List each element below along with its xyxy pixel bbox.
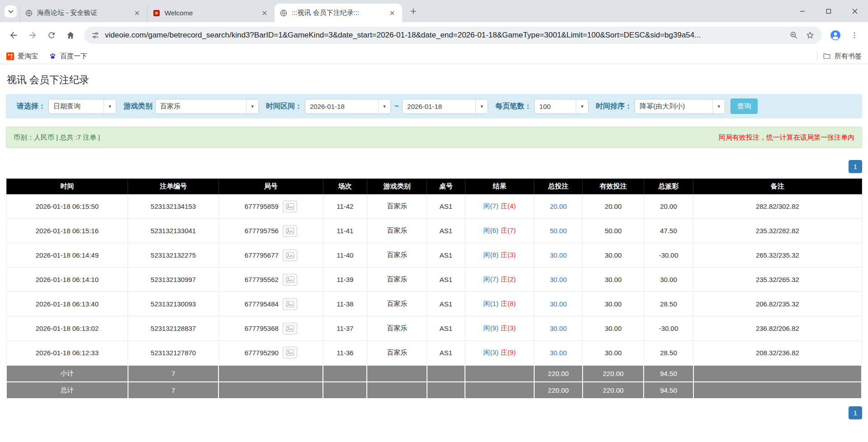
cell-session: 11-36 xyxy=(323,341,367,365)
tab-close-icon[interactable] xyxy=(388,9,397,18)
table-header: 时间 注单编号 局号 场次 游戏类别 桌号 结果 总投注 有效投注 总派彩 备注 xyxy=(6,179,862,194)
banker-result: 庄(7) xyxy=(501,226,516,234)
page-content: 视讯 会员下注纪录 请选择： 日期查询 ▾ 游戏类别 百家乐 ▾ 时间区间： 2… xyxy=(0,73,868,419)
sort-order-value: 降幂(由大到小) xyxy=(635,99,712,113)
cell-time: 2026-01-18 06:14:49 xyxy=(6,243,128,268)
replay-button[interactable] xyxy=(283,347,297,358)
dropdown-arrow-icon[interactable]: ▾ xyxy=(378,99,390,113)
menu-kebab-icon[interactable] xyxy=(845,26,863,44)
cell-round: 677795484 xyxy=(218,292,323,316)
replay-button[interactable] xyxy=(283,225,297,237)
back-button[interactable] xyxy=(5,26,23,44)
cell-total-bet: 30.00 xyxy=(534,316,583,341)
replay-icon xyxy=(286,325,294,332)
replay-button[interactable] xyxy=(283,249,297,261)
replay-button[interactable] xyxy=(283,298,297,310)
url-bar[interactable]: videoie.com/game/betrecord_search/kind3?… xyxy=(84,27,822,44)
dropdown-arrow-icon[interactable]: ▾ xyxy=(246,99,258,113)
new-tab-button[interactable] xyxy=(406,4,421,19)
total-bet-link[interactable]: 30.00 xyxy=(550,251,567,259)
banker-result: 庄(8) xyxy=(501,300,516,307)
subtotal-count: 7 xyxy=(128,365,219,382)
tab-search-button[interactable] xyxy=(5,5,17,18)
globe-favicon-icon xyxy=(280,9,287,17)
profile-avatar[interactable] xyxy=(826,26,844,44)
baidu-paw-icon xyxy=(49,52,57,60)
search-button[interactable]: 查询 xyxy=(730,99,758,114)
round-number: 677795859 xyxy=(245,202,279,210)
page-number-button[interactable]: 1 xyxy=(849,406,862,419)
banker-result: 庄(2) xyxy=(501,275,516,283)
navigation-bar: videoie.com/game/betrecord_search/kind3?… xyxy=(0,22,868,48)
tab-strip: 海燕论坛 - 安全验证 Welcome :::视讯 会员下注纪录::: xyxy=(0,0,868,22)
dropdown-arrow-icon[interactable]: ▾ xyxy=(104,99,116,113)
page-number-button[interactable]: 1 xyxy=(849,160,862,173)
reload-button[interactable] xyxy=(43,26,61,44)
cell-round: 677795677 xyxy=(218,243,323,268)
page-title: 视讯 会员下注纪录 xyxy=(7,73,861,87)
minimize-button[interactable] xyxy=(789,0,816,22)
cell-total-bet: 20.00 xyxy=(534,194,583,219)
date-start-value: 2026-01-18 xyxy=(305,99,378,113)
tab-title: :::视讯 会员下注纪录::: xyxy=(292,9,383,17)
maximize-button[interactable] xyxy=(816,0,842,22)
cell-payout: 30.00 xyxy=(644,268,693,292)
game-type-dropdown[interactable]: 百家乐 ▾ xyxy=(155,99,259,114)
total-bet-link[interactable]: 30.00 xyxy=(550,276,567,283)
bookmark-baidu[interactable]: 百度一下 xyxy=(49,52,87,61)
cell-session: 11-40 xyxy=(323,243,367,268)
player-result: 闲(1) xyxy=(484,300,498,307)
site-info-icon[interactable] xyxy=(91,31,100,39)
cell-result: 闲(6)庄(7) xyxy=(465,219,534,243)
cell-table-no: AS1 xyxy=(427,219,465,243)
cell-payout: 28.50 xyxy=(644,341,693,365)
table-row: 2026-01-18 06:13:02523132128837677795368… xyxy=(6,316,862,341)
total-bet-link[interactable]: 30.00 xyxy=(550,300,567,308)
cell-total-bet: 50.00 xyxy=(534,219,583,243)
replay-button[interactable] xyxy=(283,274,297,286)
window-controls xyxy=(789,0,868,22)
tab-haiyan-forum[interactable]: 海燕论坛 - 安全验证 xyxy=(19,4,147,22)
total-total-bet: 220.00 xyxy=(534,382,583,399)
zoom-icon[interactable] xyxy=(789,31,798,40)
tab-welcome[interactable]: Welcome xyxy=(147,4,275,22)
query-type-dropdown[interactable]: 日期查询 ▾ xyxy=(48,99,116,114)
total-bet-link[interactable]: 30.00 xyxy=(550,324,567,332)
date-end-picker[interactable]: 2026-01-18 ▾ xyxy=(402,99,488,114)
cell-valid-bet: 30.00 xyxy=(583,243,644,268)
cell-bet-id: 523132134153 xyxy=(128,194,219,219)
dropdown-arrow-icon[interactable]: ▾ xyxy=(712,99,725,113)
table-row: 2026-01-18 06:15:50523132134153677795859… xyxy=(6,194,862,219)
cell-session: 11-38 xyxy=(323,292,367,316)
cell-result: 闲(1)庄(8) xyxy=(465,292,534,316)
currency-total-text: 币别：人民币 | 总共 :7 注单 | xyxy=(14,133,100,142)
url-text[interactable]: videoie.com/game/betrecord_search/kind3?… xyxy=(105,31,784,40)
home-button[interactable] xyxy=(62,26,80,44)
bookmarks-separator xyxy=(817,52,817,60)
total-bet-link[interactable]: 20.00 xyxy=(550,202,567,210)
bookmark-taobao[interactable]: 爱淘宝 xyxy=(6,52,38,61)
total-bet-link[interactable]: 50.00 xyxy=(550,227,567,235)
bet-table-body: 2026-01-18 06:15:50523132134153677795859… xyxy=(6,194,862,365)
all-bookmarks-button[interactable]: 所有书签 xyxy=(823,52,862,61)
cell-time: 2026-01-18 06:13:40 xyxy=(6,292,128,316)
total-bet-link[interactable]: 30.00 xyxy=(550,349,567,357)
replay-button[interactable] xyxy=(283,201,297,212)
date-start-picker[interactable]: 2026-01-18 ▾ xyxy=(305,99,391,114)
replay-button[interactable] xyxy=(283,323,297,334)
forward-button[interactable] xyxy=(24,26,42,44)
cell-total-bet: 30.00 xyxy=(534,268,583,292)
bookmark-star-icon[interactable] xyxy=(806,31,815,40)
per-page-dropdown[interactable]: 100 ▾ xyxy=(534,99,588,114)
tab-bet-record[interactable]: :::视讯 会员下注纪录::: xyxy=(275,4,402,22)
cell-note: 235.32/282.82 xyxy=(693,219,862,243)
cell-round: 677795756 xyxy=(218,219,323,243)
close-button[interactable] xyxy=(842,0,868,22)
sort-order-dropdown[interactable]: 降幂(由大到小) ▾ xyxy=(635,99,725,114)
bookmarks-bar: 爱淘宝 百度一下 所有书签 xyxy=(0,48,868,64)
tab-close-icon[interactable] xyxy=(133,9,142,18)
dropdown-arrow-icon[interactable]: ▾ xyxy=(475,99,488,113)
tab-close-icon[interactable] xyxy=(260,9,269,18)
header-result: 结果 xyxy=(465,179,534,194)
dropdown-arrow-icon[interactable]: ▾ xyxy=(576,99,588,113)
